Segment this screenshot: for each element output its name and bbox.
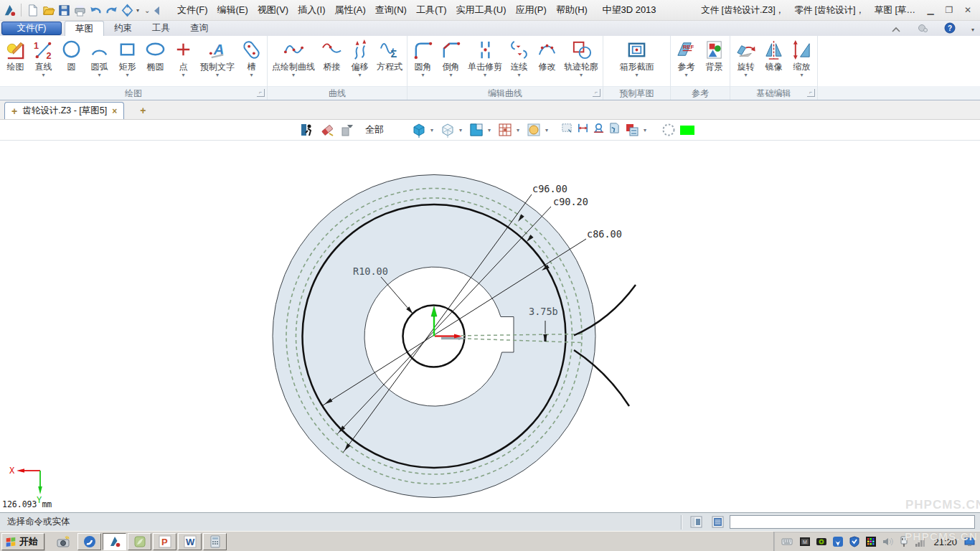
- taskbar-button-word[interactable]: W: [178, 533, 202, 550]
- restore-button[interactable]: ❐: [944, 5, 954, 15]
- status-panel-icon[interactable]: [690, 516, 702, 528]
- ribbon-item-ellipse[interactable]: 椭圆: [141, 38, 169, 79]
- keyboard-tray-icon[interactable]: [780, 536, 794, 547]
- layer-icon[interactable]: [624, 122, 640, 138]
- menu-help[interactable]: 帮助(H): [551, 4, 592, 17]
- horizontal-dim-icon[interactable]: [577, 122, 589, 138]
- menu-tools[interactable]: 工具(T): [411, 4, 451, 17]
- menu-app[interactable]: 应用(P): [511, 4, 551, 17]
- menu-file[interactable]: 文件(F): [172, 4, 212, 17]
- dim-label-c96[interactable]: c96.00: [532, 183, 567, 194]
- ribbon-item-line[interactable]: 12直线▾: [29, 38, 57, 79]
- taskbar-button-browser[interactable]: [77, 533, 101, 550]
- shield-tray-icon[interactable]: [849, 536, 860, 547]
- display-mode-icon[interactable]: [468, 122, 484, 138]
- group-expand-icon[interactable]: ⌐: [593, 89, 600, 97]
- file-menu-button[interactable]: 文件(F): [1, 22, 62, 35]
- ribbon-item-rotate[interactable]: 旋转▾: [732, 38, 760, 79]
- document-tab-active[interactable]: + 齿轮设计.Z3 - [草图5] ×: [4, 102, 124, 119]
- status-input[interactable]: [730, 515, 975, 529]
- new-file-icon[interactable]: [26, 4, 39, 17]
- color-swatch[interactable]: [680, 126, 694, 135]
- zoom-window-icon[interactable]: [561, 122, 573, 138]
- ribbon-item-modify[interactable]: 修改: [533, 38, 561, 79]
- status-list-icon[interactable]: [712, 516, 724, 528]
- ribbon-item-background[interactable]: 背景: [700, 38, 728, 79]
- ribbon-item-continue[interactable]: 连续▾: [505, 38, 533, 79]
- print-icon[interactable]: [73, 4, 87, 17]
- dotted-circle-icon[interactable]: [661, 122, 677, 138]
- anchor-dim-icon[interactable]: [593, 122, 605, 138]
- taskbar-button-zw3d[interactable]: [103, 533, 126, 550]
- ribbon-item-fillet[interactable]: 圆角▾: [409, 38, 437, 79]
- minimize-button[interactable]: ▁: [925, 5, 936, 15]
- drawing-canvas[interactable]: c96.00 c90.20 c86.00 R10.00 3.75b X Y 12…: [0, 141, 980, 512]
- group-expand-icon[interactable]: ⌐: [807, 89, 815, 97]
- ribbon-item-offset[interactable]: 偏移▾: [346, 38, 374, 79]
- settings-icon[interactable]: [917, 23, 928, 36]
- sheet-icon[interactable]: [608, 122, 621, 138]
- ribbon-item-scale[interactable]: 缩放▾: [788, 38, 816, 79]
- menu-insert[interactable]: 插入(I): [293, 4, 330, 17]
- ribbon-item-box-section[interactable]: 箱形截面▾: [617, 38, 657, 79]
- taskbar-button-notes[interactable]: [128, 533, 151, 550]
- ribbon-item-circle[interactable]: 圆: [57, 38, 85, 79]
- ribbon-item-chamfer[interactable]: 倒角▾: [437, 38, 465, 79]
- menu-utilities[interactable]: 实用工具(U): [451, 4, 511, 17]
- grid-icon[interactable]: [497, 122, 513, 138]
- tab-constraint[interactable]: 约束: [104, 21, 142, 36]
- ribbon-item-equation[interactable]: Σ方程式: [374, 38, 405, 79]
- filter-icon[interactable]: [339, 122, 354, 138]
- ribbon-item-ready-text[interactable]: A预制文字▾: [197, 38, 237, 79]
- doc-tab-plus-icon[interactable]: +: [11, 105, 17, 117]
- thunder-tray-icon[interactable]: [832, 536, 844, 547]
- tab-sketch[interactable]: 草图: [65, 21, 104, 36]
- taskbar-button-powerpoint[interactable]: P: [153, 533, 176, 550]
- ribbon-item-reference[interactable]: REF参考▾: [672, 38, 700, 79]
- ribbon-item-draw[interactable]: 绘图: [1, 38, 29, 79]
- dim-label-r10[interactable]: R10.00: [353, 265, 388, 277]
- dim-label-c90[interactable]: c90.20: [553, 196, 588, 207]
- tray-monitor-icon[interactable]: M: [799, 536, 811, 547]
- open-file-icon[interactable]: [42, 4, 55, 17]
- ribbon-item-track-profile[interactable]: 轨迹轮廓▾: [561, 38, 601, 79]
- menu-edit[interactable]: 编辑(E): [212, 4, 253, 17]
- volume-tray-icon[interactable]: [882, 536, 893, 547]
- ribbon-item-point[interactable]: 点▾: [169, 38, 197, 79]
- back-icon[interactable]: [152, 4, 161, 17]
- ribbon-item-trim[interactable]: 单击修剪▾: [465, 38, 505, 79]
- taskbar-button-calculator[interactable]: [203, 533, 227, 550]
- collapse-ribbon-icon[interactable]: [891, 23, 901, 36]
- wireframe-view-icon[interactable]: [440, 122, 456, 138]
- ribbon-item-arc[interactable]: 圆弧▾: [85, 38, 113, 79]
- close-button[interactable]: ✕: [963, 5, 973, 15]
- doc-tab-close-icon[interactable]: ×: [112, 106, 117, 116]
- menu-attr[interactable]: 属性(A): [330, 4, 370, 17]
- group-expand-icon[interactable]: ⌐: [257, 89, 265, 97]
- nvidia-tray-icon[interactable]: [816, 536, 827, 547]
- led-grid-tray-icon[interactable]: [865, 536, 877, 547]
- save-icon[interactable]: [57, 4, 71, 17]
- tab-tools[interactable]: 工具: [142, 21, 180, 36]
- filter-all-dropdown[interactable]: 全部: [365, 123, 384, 136]
- undo-icon[interactable]: [89, 4, 103, 17]
- ribbon-item-point-curve[interactable]: 点绘制曲线▾: [269, 38, 318, 79]
- menu-view[interactable]: 视图(V): [253, 4, 293, 17]
- ribbon-item-rectangle[interactable]: 矩形▾: [113, 38, 141, 79]
- menu-inquire[interactable]: 查询(N): [370, 4, 411, 17]
- ribbon-item-bridge[interactable]: 桥接: [318, 38, 346, 79]
- redo-icon[interactable]: [105, 4, 118, 17]
- dim-label-key[interactable]: 3.75b: [529, 306, 558, 317]
- help-icon[interactable]: ?: [944, 22, 956, 37]
- regen-icon[interactable]: [121, 4, 134, 17]
- screenshot-tool-icon[interactable]: [56, 534, 70, 549]
- shade-view-icon[interactable]: [411, 122, 427, 138]
- dim-label-c86[interactable]: c86.00: [587, 228, 622, 240]
- ribbon-item-slot[interactable]: 槽▾: [237, 38, 265, 79]
- start-button[interactable]: 开始: [1, 533, 44, 550]
- ribbon-item-mirror[interactable]: 镜像: [760, 38, 788, 79]
- exit-sketch-icon[interactable]: [300, 122, 316, 138]
- circle-select-icon[interactable]: [526, 122, 542, 138]
- tab-inquire[interactable]: 查询: [180, 21, 218, 36]
- new-document-tab-button[interactable]: +: [134, 103, 151, 119]
